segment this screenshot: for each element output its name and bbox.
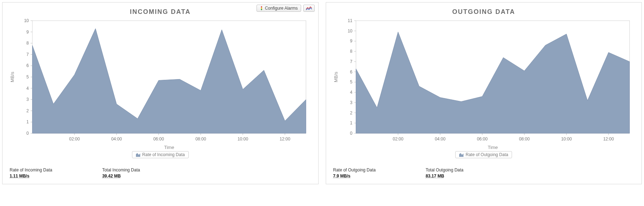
svg-text:0: 0 [26,131,29,136]
outgoing-stat-rate: Rate of Outgoing Data 7.9 MB/s [333,168,376,179]
svg-text:6: 6 [26,63,29,68]
chart-options-button[interactable] [303,5,315,12]
incoming-stat-rate: Rate of Incoming Data 1.11 MB/s [10,168,52,179]
svg-point-0 [261,6,263,7]
svg-text:10:00: 10:00 [561,137,572,141]
svg-text:9: 9 [350,38,353,43]
legend-swatch-icon [459,153,463,157]
svg-text:02:00: 02:00 [69,137,80,141]
svg-text:2: 2 [26,108,29,113]
svg-text:10: 10 [348,29,353,34]
svg-text:08:00: 08:00 [196,137,206,141]
svg-text:MB/s: MB/s [10,72,15,82]
configure-alarms-label: Configure Alarms [265,6,298,11]
incoming-toolbar: Configure Alarms [257,5,314,12]
svg-text:9: 9 [26,30,29,35]
outgoing-legend-label: Rate of Outgoing Data [466,152,508,157]
stat-label: Total Outgoing Data [426,168,463,172]
svg-text:12:00: 12:00 [603,137,614,141]
incoming-stats: Rate of Incoming Data 1.11 MB/s Total In… [10,168,313,179]
traffic-light-icon [260,6,263,10]
svg-text:1: 1 [350,120,353,125]
svg-text:0: 0 [350,131,353,136]
svg-text:4: 4 [26,86,29,91]
svg-text:6: 6 [350,69,353,74]
svg-text:3: 3 [350,100,353,105]
svg-text:04:00: 04:00 [111,137,122,141]
svg-text:5: 5 [26,74,29,79]
svg-text:4: 4 [350,90,353,95]
svg-text:04:00: 04:00 [435,137,445,141]
stat-value: 39.42 MB [102,174,121,179]
svg-marker-81 [459,153,463,157]
svg-point-2 [261,9,263,10]
svg-text:10:00: 10:00 [238,137,248,141]
svg-text:1: 1 [26,119,29,124]
outgoing-stat-total: Total Outgoing Data 83.17 MB [426,168,463,179]
svg-text:MB/s: MB/s [333,72,338,82]
svg-text:06:00: 06:00 [153,137,164,141]
svg-text:8: 8 [26,41,29,46]
svg-text:Time: Time [488,145,498,150]
outgoing-panel: OUTGOING DATA 0123456789101102:0004:0006… [326,2,642,184]
stat-label: Rate of Outgoing Data [333,168,376,172]
incoming-panel: Configure Alarms INCOMING DATA 012345678… [2,2,319,184]
svg-text:10: 10 [24,18,29,23]
svg-text:7: 7 [26,52,29,57]
stat-label: Total Incoming Data [102,168,140,172]
svg-text:12:00: 12:00 [280,137,290,141]
svg-point-1 [261,7,263,9]
svg-text:2: 2 [350,110,353,115]
svg-text:06:00: 06:00 [477,137,487,141]
svg-text:11: 11 [348,18,353,23]
svg-text:7: 7 [350,59,353,64]
incoming-chart: 01234567891002:0004:0006:0008:0010:0012:… [7,17,313,153]
svg-text:08:00: 08:00 [519,137,529,141]
stat-value: 7.9 MB/s [333,174,351,179]
svg-text:8: 8 [350,49,353,54]
configure-alarms-button[interactable]: Configure Alarms [257,5,301,12]
incoming-stat-total: Total Incoming Data 39.42 MB [102,168,140,179]
svg-text:3: 3 [26,97,29,102]
stat-label: Rate of Incoming Data [10,168,52,172]
legend-swatch-icon [136,153,140,157]
outgoing-chart: 0123456789101102:0004:0006:0008:0010:001… [331,17,637,153]
svg-marker-41 [136,153,140,157]
svg-text:5: 5 [350,79,353,84]
svg-text:02:00: 02:00 [392,137,403,141]
svg-text:Time: Time [164,145,174,150]
outgoing-stats: Rate of Outgoing Data 7.9 MB/s Total Out… [333,168,637,179]
chart-line-icon [306,6,312,10]
incoming-legend-label: Rate of Incoming Data [142,152,185,157]
outgoing-chart-title: OUTGOING DATA [331,8,637,16]
stat-value: 1.11 MB/s [10,174,29,179]
stat-value: 83.17 MB [426,174,444,179]
